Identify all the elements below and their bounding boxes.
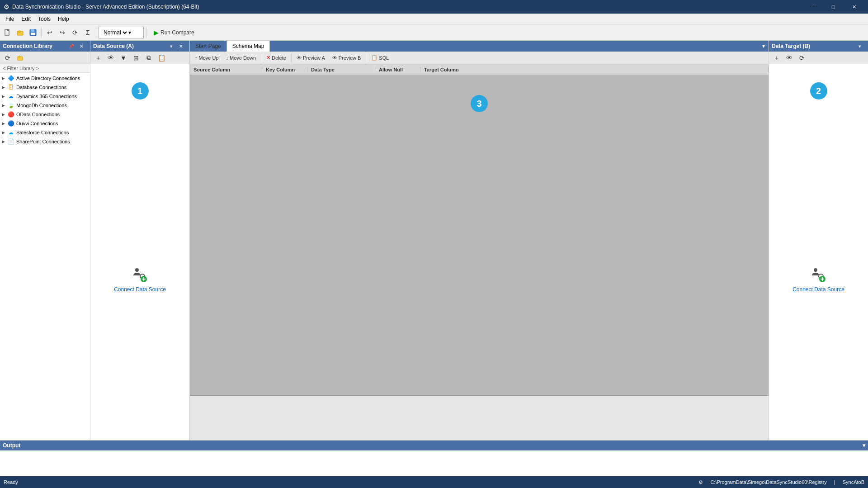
- run-compare-button[interactable]: ▶ Run Compare: [149, 27, 199, 38]
- sql-button[interactable]: 📋 SQL: [368, 53, 392, 63]
- schema-sep-3: [366, 53, 366, 62]
- save-button[interactable]: [27, 27, 39, 38]
- tree-arrow-dyn: ▶: [2, 94, 7, 99]
- col-header-type: Data Type: [307, 67, 375, 72]
- col-header-source: Source Column: [190, 67, 262, 72]
- data-source-title: Data Source (A): [93, 43, 167, 49]
- schema-map-menu[interactable]: ▾: [762, 43, 765, 49]
- connect-data-source-b[interactable]: Connect Data Source: [793, 266, 844, 293]
- connection-library-controls: 📌 ✕: [67, 42, 85, 50]
- connection-library-pin[interactable]: 📌: [67, 42, 75, 50]
- tab-start-page[interactable]: Start Page: [190, 41, 227, 52]
- preview-a-label: Preview A: [303, 55, 325, 61]
- run-compare-label: Run Compare: [160, 29, 194, 36]
- minimize-button[interactable]: ─: [802, 0, 823, 14]
- col-header-key: Key Column: [262, 67, 307, 72]
- data-target-toolbar: + 👁 ⟳: [769, 52, 868, 64]
- output-header: Output ▾: [0, 441, 868, 450]
- data-source-close[interactable]: ✕: [177, 42, 185, 50]
- schema-tabs: Start Page Schema Map: [190, 41, 760, 52]
- close-button[interactable]: ✕: [844, 0, 864, 14]
- output-menu[interactable]: ▾: [863, 442, 865, 449]
- tab-schema-map[interactable]: Schema Map: [227, 41, 270, 52]
- toolbar-sep-2: [96, 28, 96, 38]
- move-up-icon: ↑: [195, 55, 198, 61]
- tree-label-dyn: Dynamics 365 Connections: [16, 94, 77, 99]
- refresh-button[interactable]: ⟳: [69, 27, 81, 38]
- tree-icon-sp: 📄: [7, 138, 14, 145]
- menu-file[interactable]: File: [2, 15, 18, 23]
- ds-copy-button[interactable]: ⧉: [143, 52, 155, 64]
- tree-arrow-sp: ▶: [2, 139, 7, 144]
- tree-label-db: Database Connections: [16, 85, 66, 90]
- tree-item-db[interactable]: ▶ 🗄 Database Connections: [0, 83, 90, 92]
- app-icon: ⚙: [4, 3, 9, 10]
- tree-item-mongo[interactable]: ▶ 🍃 MongoDb Connections: [0, 101, 90, 110]
- toolbar-sep-1: [41, 28, 42, 38]
- ds-paste-button[interactable]: 📋: [156, 52, 167, 64]
- mode-dropdown[interactable]: Normal ▾: [99, 27, 144, 38]
- svg-rect-5: [31, 33, 35, 35]
- preview-b-button[interactable]: 👁 Preview B: [329, 53, 364, 63]
- connect-data-source-a-label[interactable]: Connect Data Source: [114, 286, 166, 293]
- data-target-menu[interactable]: ▾: [855, 42, 863, 50]
- undo-button[interactable]: ↩: [44, 27, 56, 38]
- move-up-label: Move Up: [199, 55, 219, 61]
- connect-data-source-a[interactable]: Connect Data Source: [114, 266, 166, 293]
- conn-lib-folder[interactable]: [14, 52, 26, 64]
- tree-icon-dyn: ☁: [7, 93, 14, 100]
- tree-arrow-ouvvi: ▶: [2, 121, 7, 126]
- dt-add-button[interactable]: +: [771, 52, 783, 64]
- preview-b-label: Preview B: [339, 55, 361, 61]
- ds-filter-button[interactable]: ▼: [118, 52, 129, 64]
- maximize-button[interactable]: □: [823, 0, 844, 14]
- tree-item-sf[interactable]: ▶ ☁ Salesforce Connections: [0, 128, 90, 137]
- ds-columns-button[interactable]: ⊞: [130, 52, 142, 64]
- data-source-menu[interactable]: ▾: [167, 42, 175, 50]
- output-title: Output: [3, 442, 863, 449]
- preview-a-icon: 👁: [297, 55, 302, 61]
- connection-library-header: Connection Library 📌 ✕: [0, 41, 90, 52]
- connection-library-close[interactable]: ✕: [77, 42, 85, 50]
- app-title: Data Synchronisation Studio - Server Adv…: [12, 4, 802, 10]
- connect-data-source-b-label[interactable]: Connect Data Source: [793, 286, 844, 293]
- sql-icon: 📋: [371, 55, 377, 61]
- conn-lib-refresh[interactable]: ⟳: [2, 52, 14, 64]
- menu-bar: File Edit Tools Help: [0, 14, 868, 24]
- tree-icon-ad: 🔷: [7, 75, 14, 82]
- tree-arrow-ad: ▶: [2, 76, 7, 81]
- delete-icon: ✕: [266, 55, 270, 61]
- dt-refresh-button[interactable]: ⟳: [796, 52, 808, 64]
- svg-point-12: [814, 268, 817, 272]
- move-up-button[interactable]: ↑ Move Up: [192, 53, 222, 63]
- tree-item-ad[interactable]: ▶ 🔷 Active Directory Connections: [0, 74, 90, 83]
- mode-select[interactable]: Normal: [102, 29, 128, 36]
- ds-add-button[interactable]: +: [92, 52, 104, 64]
- tree-item-odata[interactable]: ▶ 🔴 OData Connections: [0, 110, 90, 119]
- delete-button[interactable]: ✕ Delete: [263, 53, 289, 63]
- schema-sep-2: [291, 53, 292, 62]
- col-header-target: Target Column: [420, 67, 769, 72]
- tree-label-mongo: MongoDb Connections: [16, 103, 67, 108]
- ds-view-button[interactable]: 👁: [105, 52, 117, 64]
- new-file-button[interactable]: [2, 27, 14, 38]
- connect-icon-b: [810, 266, 826, 283]
- dt-view-button[interactable]: 👁: [783, 52, 795, 64]
- filter-library[interactable]: < Filter Library >: [0, 64, 90, 73]
- tree-item-sp[interactable]: ▶ 📄 SharePoint Connections: [0, 137, 90, 146]
- move-down-button[interactable]: ↓ Move Down: [223, 53, 259, 63]
- menu-tools[interactable]: Tools: [34, 15, 54, 23]
- tree-item-ouvvi[interactable]: ▶ 🔵 Ouvvi Connections: [0, 119, 90, 128]
- statusbar-icon: ⚙: [698, 479, 703, 485]
- menu-edit[interactable]: Edit: [18, 15, 34, 23]
- tree-item-dyn[interactable]: ▶ ☁ Dynamics 365 Connections: [0, 92, 90, 101]
- tree-arrow-odata: ▶: [2, 112, 7, 117]
- sum-button[interactable]: Σ: [82, 27, 94, 38]
- schema-lower-panel: [190, 395, 769, 440]
- tree-icon-mongo: 🍃: [7, 102, 14, 109]
- open-file-button[interactable]: [14, 27, 26, 38]
- preview-a-button[interactable]: 👁 Preview A: [293, 53, 328, 63]
- tree-arrow-sf: ▶: [2, 130, 7, 135]
- redo-button[interactable]: ↪: [57, 27, 68, 38]
- menu-help[interactable]: Help: [54, 15, 73, 23]
